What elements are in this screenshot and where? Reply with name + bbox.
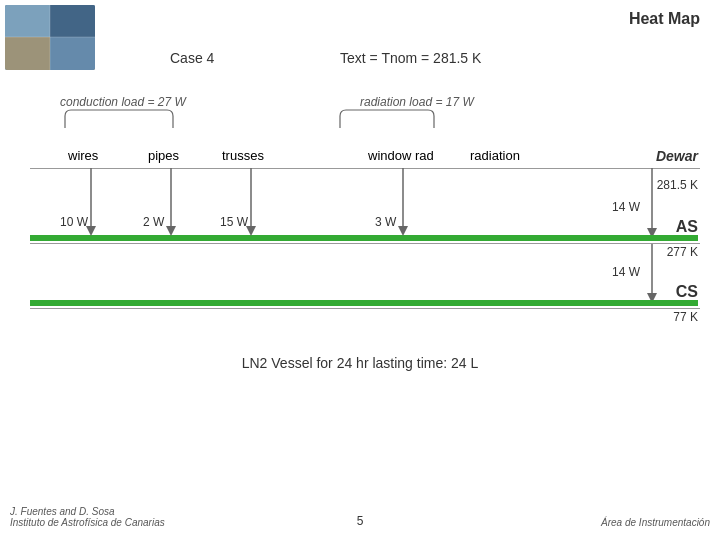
conduction-brace [55, 108, 305, 138]
label-trusses-watts: 15 W [220, 215, 248, 229]
label-14w-top: 14 W [612, 200, 640, 214]
col-header-trusses: trusses [222, 148, 264, 163]
conduction-load-label: conduction load = 27 W [60, 95, 186, 109]
header-divider [30, 168, 700, 169]
heat-map-title: Heat Map [629, 10, 700, 28]
svg-marker-14 [166, 226, 176, 236]
svg-rect-3 [5, 37, 50, 70]
tnom-label: Text = Tnom = 281.5 K [340, 50, 481, 66]
ln2-label: LN2 Vessel for 24 hr lasting time: 24 L [0, 355, 720, 371]
col-header-wires: wires [68, 148, 98, 163]
temp-77-label: 77 K [673, 310, 698, 324]
as-green-bar [30, 235, 698, 241]
line-277k [30, 243, 700, 244]
radiation-load-label: radiation load = 17 W [360, 95, 474, 109]
footer-right: Área de Instrumentación [601, 517, 710, 528]
footer-institute: Instituto de Astrofísica de Canarias [10, 517, 165, 528]
cs-label: CS [676, 283, 698, 301]
footer-page-number: 5 [357, 514, 364, 528]
label-window-rad-watts: 3 W [375, 215, 396, 229]
arrow-pipes [163, 168, 179, 240]
temp-281-label: 281.5 K [657, 178, 698, 192]
arrow-trusses [243, 168, 259, 240]
footer-author: J. Fuentes and D. Sosa [10, 506, 115, 517]
footer-left: J. Fuentes and D. Sosa Instituto de Astr… [10, 506, 165, 528]
radiation-brace [330, 108, 560, 138]
arrow-14w-bottom [642, 243, 662, 305]
label-pipes-watts: 2 W [143, 215, 164, 229]
col-header-radiation: radiation [470, 148, 520, 163]
svg-rect-2 [50, 5, 95, 37]
col-header-pipes: pipes [148, 148, 179, 163]
label-wires-watts: 10 W [60, 215, 88, 229]
svg-marker-18 [398, 226, 408, 236]
temp-277-label: 277 K [667, 245, 698, 259]
line-77k [30, 308, 700, 309]
as-label: AS [676, 218, 698, 236]
col-header-window-rad: window rad [368, 148, 434, 163]
svg-rect-4 [50, 37, 95, 70]
decorative-image [5, 5, 95, 70]
col-header-dewar: Dewar [656, 148, 698, 164]
arrow-wires [83, 168, 99, 240]
arrow-14w-top [642, 168, 662, 240]
cs-green-bar [30, 300, 698, 306]
label-14w-bottom: 14 W [612, 265, 640, 279]
arrow-window-rad [395, 168, 411, 240]
svg-rect-1 [5, 5, 50, 37]
case-label: Case 4 [170, 50, 214, 66]
